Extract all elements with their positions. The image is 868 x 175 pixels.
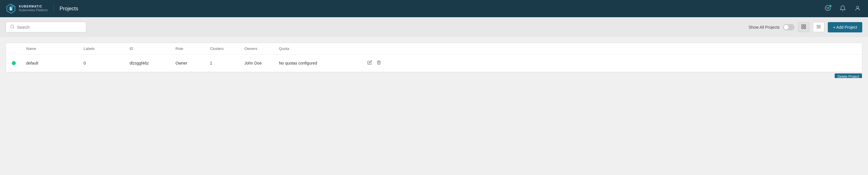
delete-tooltip: Delete Project bbox=[835, 73, 862, 78]
project-id: dlzsggf46z bbox=[129, 61, 176, 65]
notification-icon bbox=[840, 5, 846, 12]
logo-text: KUBERMATIC Kubernetes Platform bbox=[19, 5, 48, 12]
header-right bbox=[823, 4, 862, 13]
list-icon bbox=[816, 24, 821, 30]
toolbar-right: Show All Projects + Add Projec bbox=[748, 22, 862, 32]
search-input[interactable] bbox=[17, 25, 82, 30]
svg-rect-11 bbox=[804, 25, 806, 26]
table-row: default 0 dlzsggf46z Owner 1 John Doe No… bbox=[6, 55, 862, 72]
project-quota: No quotas configured bbox=[279, 61, 359, 65]
table-header: Name Labels ID Role Clusters Owners Quot… bbox=[6, 43, 862, 55]
col-labels: Labels bbox=[84, 46, 129, 51]
project-labels: 0 bbox=[84, 61, 129, 65]
svg-rect-12 bbox=[802, 27, 803, 29]
user-button[interactable] bbox=[853, 4, 862, 13]
support-badge bbox=[829, 5, 832, 7]
logo-subtitle: Kubernetes Platform bbox=[19, 8, 48, 12]
projects-table: Name Labels ID Role Clusters Owners Quot… bbox=[6, 43, 862, 72]
page-title: Projects bbox=[59, 6, 78, 12]
edit-icon bbox=[367, 60, 372, 66]
col-id: ID bbox=[129, 46, 176, 51]
main-content: Name Labels ID Role Clusters Owners Quot… bbox=[0, 37, 868, 78]
status-dot bbox=[12, 61, 16, 65]
project-name: default bbox=[26, 61, 84, 65]
list-view-button[interactable] bbox=[813, 22, 824, 32]
svg-point-7 bbox=[857, 6, 859, 8]
project-role: Owner bbox=[176, 61, 210, 65]
delete-icon bbox=[377, 60, 381, 66]
app-header: KUBERMATIC Kubernetes Platform Projects bbox=[0, 0, 868, 17]
svg-point-8 bbox=[11, 25, 14, 28]
svg-rect-10 bbox=[802, 25, 803, 26]
status-cell bbox=[12, 61, 26, 65]
svg-rect-13 bbox=[804, 27, 806, 29]
logo-area: KUBERMATIC Kubernetes Platform bbox=[6, 3, 48, 14]
user-icon bbox=[855, 5, 861, 12]
col-clusters: Clusters bbox=[210, 46, 244, 51]
support-button[interactable] bbox=[823, 4, 832, 13]
col-quota: Quota bbox=[279, 46, 359, 51]
col-owners: Owners bbox=[244, 46, 279, 51]
header-left: KUBERMATIC Kubernetes Platform Projects bbox=[6, 3, 78, 14]
show-all-label: Show All Projects bbox=[748, 25, 779, 30]
col-status bbox=[12, 46, 26, 51]
col-name: Name bbox=[26, 46, 84, 51]
logo-brand: KUBERMATIC bbox=[19, 5, 48, 8]
project-clusters: 1 bbox=[210, 61, 244, 65]
add-project-button[interactable]: + Add Project bbox=[828, 22, 862, 32]
svg-line-9 bbox=[13, 28, 14, 28]
svg-point-6 bbox=[828, 7, 829, 8]
col-role: Role bbox=[176, 46, 210, 51]
edit-button[interactable] bbox=[366, 59, 373, 67]
kubermatic-logo bbox=[6, 3, 16, 14]
notification-button[interactable] bbox=[838, 4, 847, 13]
search-container[interactable] bbox=[6, 22, 86, 32]
svg-point-5 bbox=[827, 7, 827, 8]
grid-view-button[interactable] bbox=[798, 22, 809, 32]
project-owners: John Doe bbox=[244, 61, 279, 65]
toolbar: Show All Projects + Add Projec bbox=[0, 17, 868, 37]
grid-icon bbox=[801, 24, 806, 30]
search-icon bbox=[10, 24, 14, 30]
col-actions bbox=[359, 46, 382, 51]
delete-button[interactable] bbox=[375, 59, 382, 67]
show-all-toggle[interactable] bbox=[783, 24, 795, 30]
row-actions: Delete Project bbox=[359, 59, 382, 67]
